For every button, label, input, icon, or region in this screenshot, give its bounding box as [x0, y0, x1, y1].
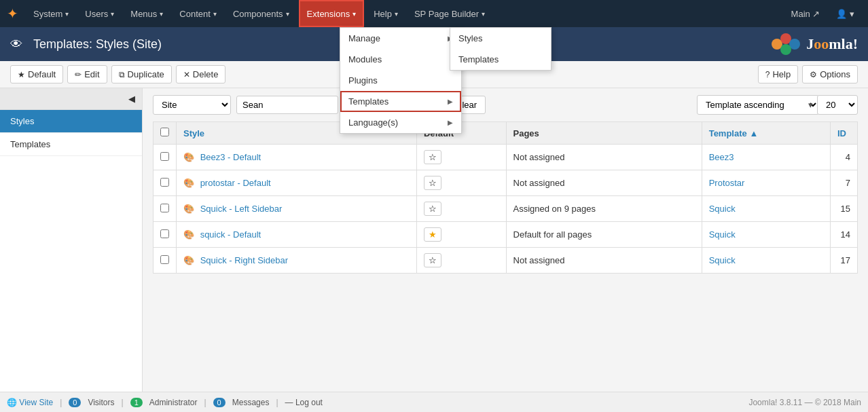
sidebar-item-styles[interactable]: Styles [0, 110, 142, 133]
templates-arrow-icon: ▶ [448, 98, 453, 105]
default-star-button[interactable]: ★ [424, 227, 441, 242]
per-page-select[interactable]: 20 5 10 15 25 50 100 [817, 95, 858, 115]
joomla-nav-icon[interactable]: ✦ [7, 5, 18, 22]
dropdown-languages[interactable]: Language(s) ▶ [340, 112, 461, 133]
sep3: | [204, 398, 206, 406]
options-button[interactable]: ⚙ Options [802, 65, 858, 83]
id-cell: 7 [831, 170, 858, 196]
template-link[interactable]: Beez3 [709, 152, 734, 162]
template-cell: Beez3 [702, 145, 830, 170]
nav-users[interactable]: Users ▾ [78, 0, 121, 27]
sidebar-toggle[interactable]: ◀ [0, 88, 142, 110]
nav-components[interactable]: Components ▾ [226, 0, 296, 27]
default-cell: ☆ [416, 248, 506, 274]
style-sort-link[interactable]: Style [183, 128, 204, 138]
delete-icon: ✕ [183, 70, 190, 79]
pages-cell: Assigned on 9 pages [506, 196, 702, 222]
default-star-button[interactable]: ☆ [424, 202, 441, 216]
joomla-logo-icon [769, 32, 803, 56]
id-sort-link[interactable]: ID [837, 128, 846, 138]
template-sort-link[interactable]: Template ▲ [709, 128, 759, 138]
default-star-button[interactable]: ☆ [424, 150, 441, 164]
table-row: 🎨 squick - Default ★ Default for all pag… [153, 222, 858, 248]
row-checkbox[interactable] [160, 152, 169, 161]
template-icon: 🎨 [183, 255, 194, 265]
submenu-templates[interactable]: Templates [450, 49, 551, 70]
template-cell: Protostar [702, 170, 830, 196]
pages-cell: Not assigned [506, 248, 702, 274]
default-cell: ☆ [416, 196, 506, 222]
sidebar-item-templates[interactable]: Templates [0, 133, 142, 156]
template-link[interactable]: Squick [709, 255, 736, 265]
select-all-checkbox[interactable] [160, 128, 169, 136]
globe-icon: 🌐 [7, 398, 17, 406]
collapse-icon: ◀ [128, 94, 135, 104]
style-cell: 🎨 Squick - Right Sidebar [177, 248, 417, 274]
default-star-button[interactable]: ☆ [424, 253, 441, 267]
template-cell: Squick [702, 222, 830, 248]
components-caret-icon: ▾ [286, 10, 289, 18]
view-site-link[interactable]: 🌐 View Site [7, 398, 53, 406]
default-cell: ☆ [416, 170, 506, 196]
delete-button[interactable]: ✕ Delete [176, 65, 226, 83]
row-checkbox[interactable] [160, 255, 169, 264]
template-link[interactable]: Squick [709, 204, 736, 214]
dropdown-plugins[interactable]: Plugins [340, 70, 461, 91]
style-link[interactable]: Squick - Left Sidebar [200, 204, 283, 214]
nav-help[interactable]: Help ▾ [367, 0, 405, 27]
dropdown-templates[interactable]: Templates ▶ [340, 91, 461, 112]
style-cell: 🎨 Beez3 - Default [177, 145, 417, 170]
row-checkbox[interactable] [160, 178, 169, 187]
page-title: Templates: Styles (Site) [33, 37, 162, 52]
template-link[interactable]: Protostar [709, 178, 745, 188]
nav-extensions[interactable]: Extensions ▾ [299, 0, 365, 27]
gear-icon: ⚙ [810, 70, 817, 79]
visitors-badge: 0 [69, 398, 81, 406]
logout-link[interactable]: — Log out [285, 398, 323, 406]
style-link[interactable]: protostar - Default [200, 178, 271, 188]
dropdown-manage[interactable]: Manage ▶ [340, 28, 461, 49]
template-icon: 🎨 [183, 229, 194, 240]
help-button[interactable]: ? Help [758, 65, 798, 83]
sort-select[interactable]: Template ascending Template descending S… [697, 95, 819, 115]
edit-button[interactable]: ✏ Edit [67, 65, 107, 83]
status-bar: 🌐 View Site | 0 Visitors | 1 Administrat… [0, 392, 868, 405]
search-input[interactable] [236, 96, 338, 114]
nav-user-menu[interactable]: 👤 ▾ [829, 0, 861, 27]
style-link[interactable]: Squick - Right Sidebar [200, 255, 288, 265]
table-row: 🎨 Squick - Right Sidebar ☆ Not assigned … [153, 248, 858, 274]
styles-table: Style Default Pages Template ▲ ID 🎨 [153, 121, 858, 274]
eye-icon: 👁 [10, 37, 22, 52]
style-cell: 🎨 Squick - Left Sidebar [177, 196, 417, 222]
templates-submenu: Styles Templates [450, 27, 551, 71]
nav-main-link[interactable]: Main ↗ [784, 0, 827, 27]
style-link[interactable]: squick - Default [200, 229, 261, 240]
messages-badge: 0 [213, 398, 225, 406]
row-checkbox[interactable] [160, 229, 169, 238]
nav-right-section: Main ↗ 👤 ▾ [784, 0, 861, 27]
style-link[interactable]: Beez3 - Default [200, 152, 261, 162]
table-row: 🎨 protostar - Default ☆ Not assigned Pro… [153, 170, 858, 196]
nav-content[interactable]: Content ▾ [173, 0, 223, 27]
template-cell: Squick [702, 248, 830, 274]
id-col-header[interactable]: ID [831, 122, 858, 145]
content-caret-icon: ▾ [213, 10, 217, 18]
sep1: | [60, 398, 62, 406]
default-star-button[interactable]: ☆ [424, 176, 441, 190]
nav-system[interactable]: System ▾ [26, 0, 75, 27]
dropdown-modules[interactable]: Modules [340, 49, 461, 70]
row-checkbox[interactable] [160, 204, 169, 212]
nav-sp-page-builder[interactable]: SP Page Builder ▾ [408, 0, 492, 27]
template-link[interactable]: Squick [709, 229, 736, 240]
submenu-styles[interactable]: Styles [450, 28, 551, 49]
default-button[interactable]: ★ Default [10, 65, 63, 83]
template-col-header[interactable]: Template ▲ [702, 122, 830, 145]
nav-menus[interactable]: Menus ▾ [124, 0, 170, 27]
duplicate-button[interactable]: ⧉ Duplicate [111, 65, 172, 83]
default-cell: ☆ [416, 145, 506, 170]
sep2: | [122, 398, 124, 406]
users-caret-icon: ▾ [111, 10, 114, 18]
template-icon: 🎨 [183, 152, 194, 162]
site-filter[interactable]: Site Administrator [153, 95, 231, 115]
main-content: ◀ Styles Templates Site Administrator 🔍 … [0, 88, 868, 405]
